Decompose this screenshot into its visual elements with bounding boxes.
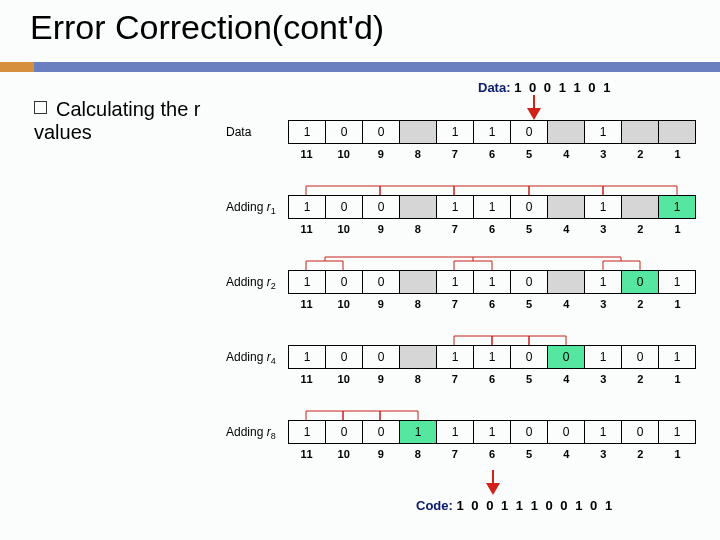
position-label: 4 xyxy=(548,373,585,385)
row-label: Adding r4 xyxy=(226,350,276,366)
bit-cell xyxy=(400,346,437,369)
bit-table: 1001101 xyxy=(288,120,696,144)
bit-cell xyxy=(622,196,659,219)
position-label: 6 xyxy=(473,223,510,235)
position-label: 9 xyxy=(362,223,399,235)
bit-cell: 1 xyxy=(585,346,622,369)
position-label: 10 xyxy=(325,448,362,460)
position-label: 10 xyxy=(325,298,362,310)
position-label: 6 xyxy=(473,148,510,160)
position-labels: 1110987654321 xyxy=(288,144,696,162)
position-label: 11 xyxy=(288,373,325,385)
bit-cell xyxy=(659,121,696,144)
position-label: 5 xyxy=(511,373,548,385)
bit-cell: 1 xyxy=(474,421,511,444)
bullet-icon xyxy=(34,101,47,114)
data-header-bits: 1 0 0 1 1 0 1 xyxy=(514,80,612,95)
position-label: 5 xyxy=(511,448,548,460)
bit-cell: 0 xyxy=(548,346,585,369)
bottom-arrow-stem xyxy=(492,470,494,484)
slide: Error Correction(cont'd) Calculating the… xyxy=(0,0,720,540)
position-label: 7 xyxy=(436,148,473,160)
bit-cell: 1 xyxy=(289,196,326,219)
position-labels: 1110987654321 xyxy=(288,294,696,312)
position-label: 1 xyxy=(659,298,696,310)
connectors-r1 xyxy=(288,180,698,196)
position-label: 6 xyxy=(473,448,510,460)
row-label: Data xyxy=(226,125,251,139)
bit-table: 10011100101 xyxy=(288,420,696,444)
bit-cell xyxy=(400,196,437,219)
position-label: 8 xyxy=(399,448,436,460)
bit-cell xyxy=(400,271,437,294)
bit-cell: 1 xyxy=(474,346,511,369)
bit-cell: 1 xyxy=(289,421,326,444)
bit-cell xyxy=(548,196,585,219)
bit-cell: 1 xyxy=(289,346,326,369)
diagram: Data: 1 0 0 1 1 0 1 Data1001101111098765… xyxy=(226,80,716,520)
accent-bar xyxy=(0,62,720,72)
bit-cell: 1 xyxy=(437,121,474,144)
position-label: 3 xyxy=(585,148,622,160)
bit-cell: 1 xyxy=(659,421,696,444)
bit-cell: 1 xyxy=(437,196,474,219)
bit-cell: 0 xyxy=(363,196,400,219)
position-label: 11 xyxy=(288,223,325,235)
position-label: 2 xyxy=(622,298,659,310)
bit-cell: 0 xyxy=(363,271,400,294)
bit-cell: 1 xyxy=(659,196,696,219)
position-label: 10 xyxy=(325,373,362,385)
bit-cell xyxy=(548,121,585,144)
bit-cell: 0 xyxy=(363,346,400,369)
position-label: 4 xyxy=(548,298,585,310)
position-label: 6 xyxy=(473,373,510,385)
bit-cell: 1 xyxy=(585,196,622,219)
bit-cell: 1 xyxy=(437,271,474,294)
position-label: 1 xyxy=(659,448,696,460)
position-label: 11 xyxy=(288,448,325,460)
position-label: 9 xyxy=(362,148,399,160)
page-title: Error Correction(cont'd) xyxy=(30,8,384,47)
bit-cell: 1 xyxy=(659,346,696,369)
bullet-item: Calculating the r values xyxy=(34,98,214,144)
position-label: 5 xyxy=(511,148,548,160)
bit-cell: 0 xyxy=(326,271,363,294)
position-label: 4 xyxy=(548,223,585,235)
bit-cell: 0 xyxy=(326,421,363,444)
bit-cell: 0 xyxy=(326,196,363,219)
position-labels: 1110987654321 xyxy=(288,219,696,237)
position-label: 9 xyxy=(362,298,399,310)
position-label: 5 xyxy=(511,223,548,235)
position-label: 10 xyxy=(325,223,362,235)
data-header-label: Data: xyxy=(478,80,511,95)
bit-cell: 1 xyxy=(474,271,511,294)
bit-cell: 0 xyxy=(622,271,659,294)
position-label: 7 xyxy=(436,373,473,385)
connectors-r8 xyxy=(288,405,698,421)
bit-cell: 1 xyxy=(437,421,474,444)
bit-cell: 1 xyxy=(585,271,622,294)
bit-cell: 0 xyxy=(548,421,585,444)
position-labels: 1110987654321 xyxy=(288,369,696,387)
bit-cell: 0 xyxy=(511,271,548,294)
position-label: 7 xyxy=(436,223,473,235)
code-footer-bits: 1 0 0 1 1 1 0 0 1 0 1 xyxy=(456,498,614,513)
position-label: 8 xyxy=(399,298,436,310)
row-label: Adding r2 xyxy=(226,275,276,291)
position-label: 2 xyxy=(622,223,659,235)
bit-cell: 1 xyxy=(289,121,326,144)
connectors-r2 xyxy=(288,255,698,271)
bit-table: 1001100101 xyxy=(288,345,696,369)
position-label: 1 xyxy=(659,373,696,385)
bottom-arrow-icon xyxy=(486,483,500,495)
position-label: 9 xyxy=(362,448,399,460)
bit-cell: 0 xyxy=(511,121,548,144)
position-labels: 1110987654321 xyxy=(288,444,696,462)
position-label: 3 xyxy=(585,298,622,310)
position-label: 2 xyxy=(622,448,659,460)
bit-cell: 1 xyxy=(289,271,326,294)
position-label: 11 xyxy=(288,148,325,160)
bit-cell: 0 xyxy=(511,196,548,219)
position-label: 9 xyxy=(362,373,399,385)
position-label: 11 xyxy=(288,298,325,310)
